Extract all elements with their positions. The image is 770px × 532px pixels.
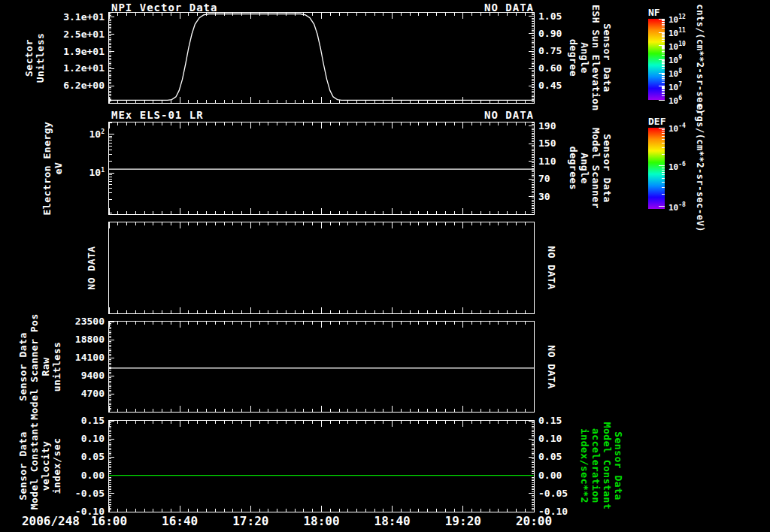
panel-model-constant-right-axis-label-line: index/sec**2 (579, 308, 590, 532)
panel-npi-vector-title: NPI Vector Data (111, 2, 217, 14)
power-base: 10 (668, 42, 678, 52)
panel-model-constant-right-ytick-label: 0.00 (538, 470, 584, 481)
def-colorbar-tick-label: 10-4 (668, 123, 686, 135)
panel-mex-els-plot-canvas (109, 122, 534, 214)
sector-pulse-trace (109, 14, 534, 101)
power-base: 10 (668, 83, 678, 92)
panel-model-constant-left-axis-label-line: Sensor Data (17, 308, 29, 532)
panel-model-constant-left-axis-label-line: Model Constant (29, 308, 40, 532)
power-exponent: 9 (678, 54, 682, 61)
def-colorbar-tick-label: 10-6 (668, 162, 686, 173)
panel-model-constant-right-ytick-label: -0.05 (538, 488, 584, 499)
nf-colorbar-tick-label: 109 (668, 55, 682, 66)
panel-npi-vector-left-axis-label-line: Sector (23, 0, 35, 216)
panel-model-constant-right-axis-label-line: Sensor Data (613, 308, 624, 532)
panel-mex-els-right-axis-label-line: Model Scanner (590, 11, 602, 326)
power-exponent: 1 (101, 167, 105, 174)
nf-colorbar-tick-label: 1011 (668, 28, 686, 39)
panel-model-constant-right-ytick-label: 0.15 (538, 416, 584, 426)
panel-mex-els-right-axis-label: Sensor DataModel ScannerAngledegrees (568, 11, 613, 326)
nf-colorbar-tick-label: 1012 (668, 14, 686, 26)
panel-mex-els-right-axis-label-line: Angle (579, 11, 590, 326)
nf-colorbar-ticks (648, 19, 665, 100)
def-colorbar-tick-label: 10-8 (668, 202, 686, 213)
power-exponent: 6 (678, 95, 682, 101)
power-base: 10 (668, 124, 678, 134)
power-exponent: -6 (678, 161, 686, 168)
nf-colorbar-tick-label: 106 (668, 95, 682, 107)
date-label: 2006/248 (11, 514, 80, 528)
panel-model-constant-left-axis-label: Sensor DataModel Constantvelocityindex/s… (17, 308, 62, 532)
power-exponent: 2 (101, 128, 105, 135)
xtick-label: 19:20 (437, 514, 490, 528)
panel-model-constant-right-ytick-label: 0.05 (538, 452, 584, 462)
panel-model-constant-right-axis-label: Sensor DataModel Constantaccelerationind… (579, 308, 624, 532)
power-exponent: 10 (678, 41, 686, 47)
power-base: 10 (668, 203, 678, 213)
power-exponent: 11 (678, 27, 686, 34)
power-exponent: 12 (678, 14, 686, 20)
panel-npi-vector-plot-canvas (109, 13, 534, 103)
panel-mex-els-right-axis-label-line: degrees (568, 11, 579, 326)
xtick-label: 18:40 (366, 514, 419, 528)
xtick-label: 16:40 (153, 514, 206, 528)
power-base: 10 (668, 69, 678, 79)
panel-model-constant-left-axis-label-line: index/sec (51, 308, 62, 532)
science-plot-figure: NPI Vector DataNO DATA3.1e+012.5e+011.9e… (0, 0, 770, 532)
nf-colorbar-tick-label: 108 (668, 68, 682, 80)
power-base: 10 (668, 162, 678, 172)
nf-colorbar-title: NF (648, 8, 660, 18)
power-exponent: -8 (678, 201, 686, 208)
def-colorbar-title: DEF (648, 116, 665, 127)
power-exponent: 7 (678, 81, 682, 88)
power-exponent: 8 (678, 68, 682, 74)
panel-model-constant-right-axis-label-line: Model Constant (602, 308, 613, 532)
panel-model-constant-right-axis-label-line: acceleration (590, 308, 602, 532)
nf-colorbar-tick-label: 1010 (668, 41, 686, 53)
panel-model-constant-right-ytick-label: 0.10 (538, 434, 584, 444)
xtick-label: 16:00 (83, 514, 135, 528)
power-base: 10 (668, 56, 678, 65)
def-colorbar-unit: ergs/(cm**2-sr-sec-eV) (695, 11, 705, 326)
xtick-label: 18:00 (296, 514, 348, 528)
xtick-label: 17:20 (224, 514, 277, 528)
power-base: 10 (668, 15, 678, 25)
power-base: 10 (668, 96, 678, 106)
panel-model-constant-left-axis-label-line: velocity (40, 308, 51, 532)
def-colorbar-ticks (648, 128, 665, 209)
nf-colorbar-tick-label: 107 (668, 82, 682, 93)
green-zero-tick-overlay (109, 421, 534, 512)
power-exponent: -4 (678, 122, 686, 129)
panel-no-data-plot-canvas (109, 222, 534, 313)
panel-mex-els-right-axis-label-line: Sensor Data (602, 11, 613, 326)
panel-mex-els-status-no-data: NO DATA (323, 109, 534, 121)
panel-scanner-pos-plot-canvas (109, 322, 534, 412)
power-base: 10 (668, 29, 678, 38)
panel-npi-vector-status-no-data: NO DATA (323, 2, 534, 14)
xtick-label: 20:00 (508, 514, 560, 528)
panel-mex-els-title: MEx ELS-01 LR (111, 109, 204, 121)
